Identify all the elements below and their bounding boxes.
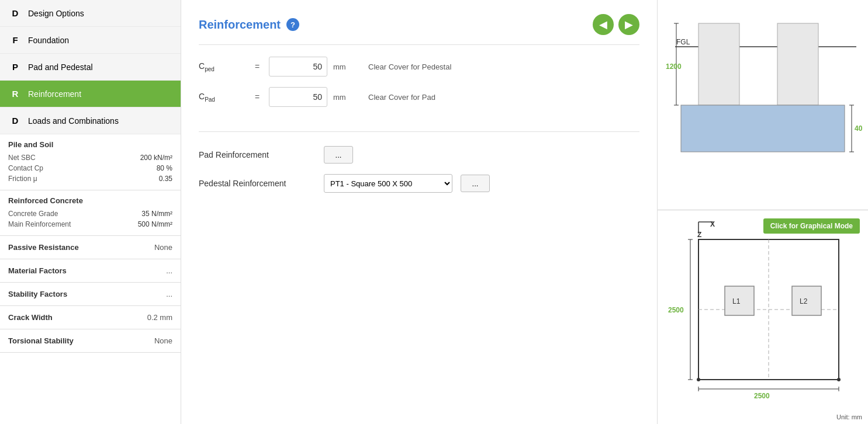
sidebar-item-loads[interactable]: D Loads and Combinations: [0, 107, 181, 134]
pad-reinforcement-button[interactable]: ...: [324, 146, 353, 164]
elevation-svg: FGL 1200 400: [663, 6, 862, 204]
reinforced-concrete-title: Reinforced Concrete: [8, 196, 172, 205]
sidebar-item-label: Pad and Pedestal: [28, 62, 93, 72]
svg-text:2500: 2500: [754, 392, 770, 400]
pedestal-reinforcement-button[interactable]: ...: [461, 175, 490, 192]
svg-text:Z: Z: [697, 231, 701, 239]
sidebar-item-label: Reinforcement: [28, 89, 81, 99]
unit-label: Unit: mm: [836, 413, 862, 420]
svg-text:400: 400: [855, 124, 862, 133]
pile-soil-title: Pile and Soil: [8, 140, 172, 149]
pedestal-reinforcement-row: Pedestal Reinforcement PT1 - Square 500 …: [199, 174, 639, 193]
info-row-main-reinforcement: Main Reinforcement 500 N/mm²: [8, 219, 172, 230]
info-row-friction: Friction μ 0.35: [8, 173, 172, 184]
svg-rect-4: [681, 105, 845, 152]
pad-reinforcement-row: Pad Reinforcement ...: [199, 146, 639, 164]
elevation-diagram: FGL 1200 400: [658, 0, 868, 210]
cpad-input[interactable]: [269, 87, 327, 107]
material-factors-row[interactable]: Material Factors ...: [0, 259, 181, 283]
svg-text:1200: 1200: [666, 62, 682, 71]
nav-prev-button[interactable]: ◀: [593, 14, 614, 35]
cpad-label: CPad: [199, 92, 245, 103]
cped-equals: =: [251, 62, 263, 71]
sidebar-item-pad-pedestal[interactable]: P Pad and Pedestal: [0, 54, 181, 81]
cped-label: Cped: [199, 61, 245, 72]
reinforced-concrete-section: Reinforced Concrete Concrete Grade 35 N/…: [0, 190, 181, 236]
torsional-stability-row: Torsional Stability None: [0, 329, 181, 353]
sidebar-item-foundation[interactable]: F Foundation: [0, 27, 181, 54]
content-area: Reinforcement ? ◀ ▶ Cped = mm Clear Cove…: [181, 0, 658, 424]
info-row-contact-cp: Contact Cp 80 %: [8, 163, 172, 173]
svg-point-32: [697, 378, 700, 381]
plan-diagram: Click for Graphical Mode X Z L1 L2 2500: [658, 210, 868, 424]
sidebar-item-label: Design Options: [28, 9, 84, 18]
sidebar-item-label: Loads and Combinations: [28, 116, 119, 126]
sidebar-item-reinforcement[interactable]: R Reinforcement: [0, 81, 181, 107]
nav-arrows: ◀ ▶: [593, 14, 639, 35]
pedestal-reinforcement-label: Pedestal Reinforcement: [199, 179, 316, 188]
svg-text:FGL: FGL: [676, 38, 690, 46]
sidebar-item-label: Foundation: [28, 36, 69, 45]
nav-letter-d2: D: [9, 116, 21, 126]
info-row-net-sbc: Net SBC 200 kN/m²: [8, 152, 172, 163]
cped-description: Clear Cover for Pedestal: [368, 62, 451, 71]
crack-width-row: Crack Width 0.2 mm: [0, 306, 181, 329]
nav-letter-d1: D: [9, 8, 21, 18]
svg-text:2500: 2500: [668, 306, 684, 314]
sidebar: D Design Options F Foundation P Pad and …: [0, 0, 181, 424]
cover-inputs-section: Cped = mm Clear Cover for Pedestal CPad …: [199, 57, 639, 132]
main-content: Reinforcement ? ◀ ▶ Cped = mm Clear Cove…: [181, 0, 658, 424]
pad-reinforcement-label: Pad Reinforcement: [199, 150, 316, 159]
nav-letter-r: R: [9, 89, 21, 99]
plan-svg: X Z L1 L2 2500 2500: [663, 216, 862, 403]
cped-row: Cped = mm Clear Cover for Pedestal: [199, 57, 639, 77]
svg-rect-2: [698, 23, 739, 105]
info-row-concrete-grade: Concrete Grade 35 N/mm²: [8, 208, 172, 219]
svg-point-33: [837, 378, 841, 381]
nav-next-button[interactable]: ▶: [618, 14, 639, 35]
cped-input[interactable]: [269, 57, 327, 77]
right-panel: FGL 1200 400 Click for Graphical Mode X …: [658, 0, 868, 424]
passive-resistance-row[interactable]: Passive Resistance None: [0, 236, 181, 259]
graphical-mode-button[interactable]: Click for Graphical Mode: [763, 218, 860, 234]
nav-letter-p: P: [9, 62, 21, 72]
cpad-unit: mm: [333, 93, 357, 102]
cped-unit: mm: [333, 62, 357, 71]
cpad-equals: =: [251, 92, 263, 102]
svg-text:X: X: [710, 220, 715, 228]
cpad-description: Clear Cover for Pad: [368, 93, 435, 102]
reinforcement-section: Pad Reinforcement ... Pedestal Reinforce…: [199, 146, 639, 193]
svg-rect-3: [777, 23, 818, 105]
content-title: Reinforcement ?: [199, 18, 299, 32]
help-icon[interactable]: ?: [286, 18, 299, 31]
nav-letter-f: F: [9, 35, 21, 45]
pedestal-reinforcement-select[interactable]: PT1 - Square 500 X 500: [324, 174, 452, 193]
svg-text:L2: L2: [800, 297, 808, 305]
pile-soil-section: Pile and Soil Net SBC 200 kN/m² Contact …: [0, 134, 181, 190]
page-title: Reinforcement: [199, 18, 281, 32]
sidebar-item-design-options[interactable]: D Design Options: [0, 0, 181, 27]
stability-factors-row[interactable]: Stability Factors ...: [0, 283, 181, 306]
svg-text:L1: L1: [732, 297, 741, 305]
cpad-row: CPad = mm Clear Cover for Pad: [199, 87, 639, 107]
content-header: Reinforcement ? ◀ ▶: [199, 14, 639, 45]
